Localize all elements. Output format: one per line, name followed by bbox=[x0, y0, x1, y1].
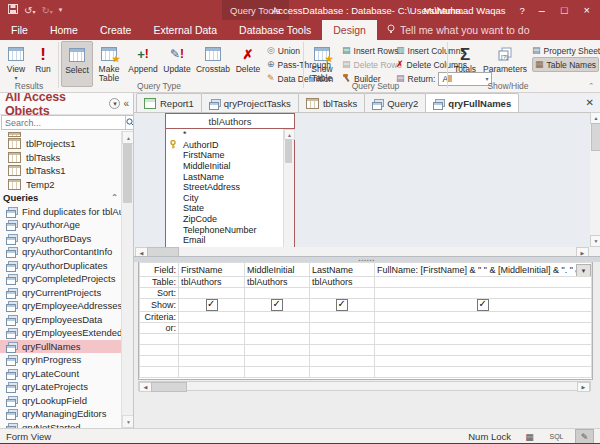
shutter-close-icon[interactable]: « bbox=[123, 98, 129, 109]
property-sheet-button[interactable]: ▤ Property Sheet bbox=[532, 44, 600, 57]
grid-field-cell[interactable]: FirstName bbox=[179, 263, 245, 277]
search-input[interactable] bbox=[1, 115, 126, 130]
grid-sort-cell[interactable] bbox=[179, 288, 245, 299]
sidebar-scrollbar[interactable]: ▲ ▼ bbox=[121, 131, 133, 428]
ribbon-collapse-icon[interactable]: ⌃ bbox=[588, 82, 594, 90]
sidebar-item-tbltasks1[interactable]: tblTasks1 bbox=[0, 164, 122, 178]
grid-or-cell[interactable] bbox=[179, 323, 245, 334]
sidebar-item-query[interactable]: qryEmployeesData bbox=[0, 313, 122, 327]
sidebar-item-tblprojects1[interactable]: tblProjects1 bbox=[0, 137, 122, 151]
field-list-scrollbar[interactable]: ▲ bbox=[283, 129, 294, 247]
search-icon[interactable] bbox=[126, 115, 134, 130]
sidebar-item-temp2[interactable]: Temp2 bbox=[0, 178, 122, 192]
grid-field-cell[interactable]: LastName bbox=[310, 263, 375, 277]
grid-table-cell[interactable]: tblAuthors bbox=[245, 277, 310, 288]
field-dropdown-icon[interactable]: ▼ bbox=[576, 264, 591, 277]
doc-tab-qryprojecttasks[interactable]: qryProjectTasks bbox=[201, 93, 299, 112]
tab-external-data[interactable]: External Data bbox=[142, 20, 228, 40]
show-table-button[interactable]: ★ Show Table bbox=[306, 41, 338, 85]
sidebar-item-query[interactable]: qryInProgress bbox=[0, 353, 122, 367]
grid-table-cell[interactable]: tblAuthors bbox=[179, 277, 245, 288]
sidebar-item-query[interactable]: Find duplicates for tblAuthors bbox=[0, 205, 122, 219]
make-table-button[interactable]: ★ Make Table bbox=[93, 41, 125, 85]
field-row[interactable]: StreetAddress bbox=[166, 182, 284, 193]
sidebar-item-query[interactable]: qryAuthorBDays bbox=[0, 232, 122, 246]
sidebar-item-query[interactable]: qryEmployeeAddresses bbox=[0, 299, 122, 313]
view-button[interactable]: View▾ bbox=[3, 41, 29, 85]
grid-empty-cell[interactable] bbox=[179, 345, 245, 356]
maximize-icon[interactable]: □ bbox=[561, 4, 568, 16]
doc-tab-qryfullnames-active[interactable]: qryFullNames bbox=[425, 93, 519, 112]
field-row[interactable]: City bbox=[166, 193, 284, 204]
field-row[interactable]: State bbox=[166, 203, 284, 214]
close-icon[interactable]: × bbox=[584, 4, 590, 16]
redo-icon[interactable]: ↻▾ bbox=[41, 5, 52, 16]
top-pane-hscrollbar[interactable]: ◀ ▶ bbox=[134, 247, 600, 256]
sidebar-item-query[interactable]: qryAuthorDuplicates bbox=[0, 259, 122, 273]
grid-field-cell[interactable]: MiddleInitial bbox=[245, 263, 310, 277]
field-row[interactable]: LastName bbox=[166, 171, 284, 182]
parameters-button[interactable]: [?] Parameters bbox=[482, 41, 528, 85]
field-row[interactable]: TelephoneNumber bbox=[166, 224, 284, 235]
delete-rows-button[interactable]: ▤ Delete Rows bbox=[342, 58, 402, 71]
sidebar-item-query[interactable]: qryLookupField bbox=[0, 394, 122, 408]
sidebar-item-query[interactable]: qryAuthorAge bbox=[0, 218, 122, 232]
grid-empty-cell[interactable] bbox=[375, 334, 592, 345]
tab-design[interactable]: Design bbox=[322, 20, 377, 40]
top-pane-vscrollbar[interactable]: ▲ ▼ bbox=[590, 112, 600, 247]
doc-tab-query2[interactable]: Query2 bbox=[364, 93, 426, 112]
design-view-icon[interactable]: ✎ bbox=[575, 429, 594, 444]
sidebar-item-query[interactable]: qryCurrentProjects bbox=[0, 286, 122, 300]
grid-criteria-cell[interactable] bbox=[245, 312, 310, 323]
tab-file[interactable]: File bbox=[0, 20, 39, 40]
minimize-icon[interactable]: – bbox=[539, 4, 545, 16]
field-row[interactable]: MiddleInitial bbox=[166, 161, 284, 172]
sidebar-item-query[interactable]: qryEmployeesExtended bbox=[0, 326, 122, 340]
totals-button[interactable]: Σ Totals bbox=[450, 41, 480, 85]
tab-home[interactable]: Home bbox=[39, 20, 89, 40]
field-row-authorid[interactable]: AuthorID bbox=[166, 140, 284, 151]
grid-empty-cell[interactable] bbox=[245, 367, 310, 378]
grid-empty-cell[interactable] bbox=[375, 345, 592, 356]
sidebar-item-query[interactable]: qryNotStarted bbox=[0, 421, 122, 429]
grid-criteria-cell[interactable] bbox=[375, 312, 592, 323]
tab-database-tools[interactable]: Database Tools bbox=[228, 20, 322, 40]
grid-empty-cell[interactable] bbox=[245, 334, 310, 345]
grid-sort-cell[interactable] bbox=[375, 288, 592, 299]
grid-table-cell[interactable]: tblAuthors bbox=[310, 277, 375, 288]
delete-query-button[interactable]: ✗ Delete bbox=[233, 41, 263, 85]
field-row[interactable]: FirstName bbox=[166, 150, 284, 161]
grid-empty-cell[interactable] bbox=[310, 334, 375, 345]
sidebar-item-query[interactable]: qryAuthorContantInfo bbox=[0, 245, 122, 259]
grid-or-cell[interactable] bbox=[310, 323, 375, 334]
field-row[interactable]: Email bbox=[166, 235, 284, 246]
grid-hscrollbar[interactable]: ◀ ▶ bbox=[138, 381, 591, 391]
tab-create[interactable]: Create bbox=[89, 20, 143, 40]
show-checkbox[interactable] bbox=[336, 299, 348, 311]
undo-icon[interactable]: ↺▾ bbox=[24, 5, 35, 16]
sidebar-item-qryfullnames-selected[interactable]: qryFullNames bbox=[0, 340, 122, 354]
sidebar-item-query[interactable]: qryLateProjects bbox=[0, 380, 122, 394]
show-checkbox[interactable] bbox=[477, 299, 489, 311]
sql-view-icon[interactable]: SQL bbox=[548, 430, 565, 443]
customize-quick-access-icon[interactable]: ▾ bbox=[59, 6, 63, 14]
show-checkbox[interactable] bbox=[206, 299, 218, 311]
grid-empty-cell[interactable] bbox=[179, 367, 245, 378]
field-row[interactable]: ZipCode bbox=[166, 214, 284, 225]
sidebar-item-query[interactable]: qryCompletedProjects bbox=[0, 272, 122, 286]
show-checkbox[interactable] bbox=[271, 299, 283, 311]
scroll-down-icon[interactable]: ▼ bbox=[122, 415, 134, 428]
field-row-star[interactable]: * bbox=[166, 129, 284, 140]
update-button[interactable]: ✎! Update bbox=[161, 41, 193, 85]
nav-pane-menu-icon[interactable]: ▾ bbox=[109, 98, 120, 109]
grid-empty-cell[interactable] bbox=[179, 356, 245, 367]
grid-sort-cell[interactable] bbox=[310, 288, 375, 299]
grid-field-cell-expression[interactable]: FullName: [FirstName] & " " & [MiddleIni… bbox=[375, 263, 592, 277]
doc-tab-report1[interactable]: Report1 bbox=[136, 93, 202, 112]
doc-tab-tbltasks[interactable]: tblTasks bbox=[298, 93, 365, 112]
crosstab-button[interactable]: Crosstab bbox=[195, 41, 231, 85]
grid-or-cell[interactable] bbox=[245, 323, 310, 334]
grid-table-cell[interactable] bbox=[375, 277, 592, 288]
scroll-down-icon[interactable]: ▼ bbox=[590, 235, 600, 247]
append-button[interactable]: +! Append bbox=[127, 41, 159, 85]
